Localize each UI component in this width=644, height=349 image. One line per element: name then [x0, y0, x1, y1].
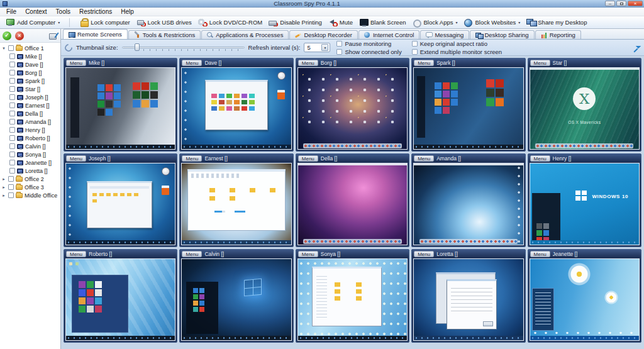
- option-checkbox[interactable]: Extend multiple monitor screen: [412, 48, 502, 55]
- tree-computer-row[interactable]: Dave []: [0, 60, 60, 69]
- refresh-interval-select[interactable]: 5 ▼: [304, 43, 330, 52]
- tab[interactable]: Desktop Recorder: [289, 30, 358, 39]
- tree-computer-checkbox[interactable]: [9, 53, 15, 59]
- tree-expand-arrow-icon[interactable]: ▸: [1, 185, 6, 190]
- checkbox-box[interactable]: [412, 41, 418, 47]
- deselect-all-button[interactable]: [15, 31, 24, 40]
- tree-computer-checkbox[interactable]: [9, 168, 15, 174]
- chevron-down-icon[interactable]: ▼: [321, 44, 328, 51]
- tab[interactable]: Tools & Restrictions: [128, 30, 201, 39]
- tree-computer-row[interactable]: Borg []: [0, 69, 60, 77]
- menu-item[interactable]: Restrictions: [75, 8, 116, 15]
- tree-group-row[interactable]: ▸ Office 3: [0, 183, 60, 191]
- tree-computer-row[interactable]: Amanda []: [0, 118, 60, 126]
- option-checkbox[interactable]: Keep original aspect ratio: [412, 40, 502, 47]
- remote-screen-thumbnail[interactable]: [65, 163, 175, 245]
- tree-computer-checkbox[interactable]: [9, 70, 15, 75]
- tree-group-checkbox[interactable]: [8, 192, 14, 198]
- refresh-icon[interactable]: [64, 42, 74, 53]
- tree-computer-row[interactable]: Jeanette []: [0, 158, 60, 167]
- remote-screen-thumbnail[interactable]: [413, 258, 523, 341]
- tab[interactable]: Desktop Sharing: [470, 30, 534, 39]
- edit-computer-icon[interactable]: [49, 32, 58, 40]
- tree-group-row[interactable]: ▸ Office 2: [0, 175, 60, 183]
- remote-screen-thumbnail[interactable]: WINDOWS 10: [530, 163, 640, 245]
- checkbox-box[interactable]: [412, 49, 418, 55]
- tree-computer-row[interactable]: Sonya []: [0, 150, 60, 158]
- thumbnail-size-slider[interactable]: [122, 43, 245, 52]
- tab[interactable]: Applications & Processes: [201, 30, 289, 39]
- card-menu-button[interactable]: Menu: [298, 155, 318, 162]
- card-menu-button[interactable]: Menu: [414, 251, 434, 257]
- tree-group-checkbox[interactable]: [8, 176, 14, 182]
- card-menu-button[interactable]: Menu: [530, 60, 550, 66]
- card-menu-button[interactable]: Menu: [182, 60, 202, 66]
- menu-item[interactable]: Help: [116, 8, 138, 15]
- tree-group-row[interactable]: ▾ Office 1: [0, 44, 60, 52]
- tree-computer-row[interactable]: Spark []: [0, 77, 60, 85]
- toolbar-button[interactable]: Lock computer: [76, 18, 133, 27]
- card-menu-button[interactable]: Menu: [530, 251, 550, 257]
- remote-screen-thumbnail[interactable]: [65, 67, 175, 150]
- toolbar-button[interactable]: Lock DVD/CD-ROM: [195, 18, 265, 27]
- tree-computer-row[interactable]: Roberto []: [0, 134, 60, 142]
- card-menu-button[interactable]: Menu: [414, 60, 434, 66]
- tab[interactable]: Remote Screens: [63, 29, 128, 39]
- tree-computer-checkbox[interactable]: [9, 127, 15, 133]
- menu-item[interactable]: File: [2, 8, 21, 15]
- minimize-button[interactable]: –: [605, 1, 615, 6]
- toolbar-button[interactable]: Block Apps ▾: [409, 18, 460, 27]
- tree-group-checkbox[interactable]: [8, 45, 14, 51]
- close-button[interactable]: ×: [628, 1, 643, 6]
- expand-view-icon[interactable]: [632, 44, 640, 52]
- tree-computer-row[interactable]: Henry []: [0, 126, 60, 134]
- tree-computer-row[interactable]: Earnest []: [0, 101, 60, 109]
- card-menu-button[interactable]: Menu: [66, 251, 86, 257]
- card-menu-button[interactable]: Menu: [298, 60, 318, 66]
- tab[interactable]: Reporting: [535, 30, 581, 39]
- tree-computer-row[interactable]: Loretta []: [0, 167, 60, 175]
- remote-screen-thumbnail[interactable]: X OS X Mavericks: [530, 67, 640, 150]
- dropdown-arrow-icon[interactable]: ▾: [455, 20, 457, 25]
- slider-track[interactable]: [122, 47, 245, 48]
- menu-item[interactable]: Context: [21, 8, 51, 15]
- dropdown-arrow-icon[interactable]: ▾: [518, 20, 520, 25]
- remote-screen-thumbnail[interactable]: [297, 163, 408, 245]
- card-menu-button[interactable]: Menu: [298, 251, 318, 257]
- card-menu-button[interactable]: Menu: [530, 155, 550, 162]
- tree-computer-row[interactable]: Calvin []: [0, 142, 60, 150]
- tree-computer-row[interactable]: Mike []: [0, 52, 60, 60]
- tree-computer-checkbox[interactable]: [9, 111, 15, 116]
- tree-computer-checkbox[interactable]: [9, 119, 15, 125]
- card-menu-button[interactable]: Menu: [182, 155, 202, 162]
- remote-screen-thumbnail[interactable]: [181, 258, 291, 341]
- remote-screen-thumbnail[interactable]: [297, 258, 408, 341]
- tree-computer-checkbox[interactable]: [9, 143, 15, 149]
- remote-screen-thumbnail[interactable]: [297, 67, 408, 150]
- toolbar-button[interactable]: Block Websites ▾: [460, 18, 523, 27]
- remote-screen-thumbnail[interactable]: [181, 163, 291, 245]
- toolbar-button[interactable]: Blank Screen: [356, 18, 409, 27]
- remote-screen-thumbnail[interactable]: [181, 67, 291, 150]
- toolbar-button[interactable]: Disable Printing: [265, 18, 325, 27]
- slider-thumb[interactable]: [135, 43, 140, 51]
- toolbar-button[interactable]: Lock USB drives: [133, 18, 195, 27]
- tree-expand-arrow-icon[interactable]: ▾: [1, 46, 6, 51]
- toolbar-button[interactable]: Add Computer ▾: [3, 18, 63, 27]
- checkbox-box[interactable]: [336, 41, 342, 47]
- tree-computer-row[interactable]: Star []: [0, 85, 60, 93]
- remote-screen-thumbnail[interactable]: [413, 67, 523, 150]
- tree-expand-arrow-icon[interactable]: ▸: [1, 193, 6, 198]
- toolbar-button[interactable]: Share my Desktop: [523, 18, 590, 27]
- checkbox-box[interactable]: [336, 49, 342, 55]
- remote-screen-thumbnail[interactable]: [65, 258, 175, 341]
- card-menu-button[interactable]: Menu: [182, 251, 202, 257]
- tree-computer-checkbox[interactable]: [9, 102, 15, 108]
- tree-computer-checkbox[interactable]: [9, 86, 15, 92]
- tree-group-row[interactable]: ▸ Middle Office: [0, 191, 60, 199]
- select-all-check-button[interactable]: [3, 31, 11, 40]
- option-checkbox[interactable]: Show connected only: [336, 48, 401, 55]
- tree-computer-checkbox[interactable]: [9, 78, 15, 84]
- remote-screen-thumbnail[interactable]: [413, 163, 523, 245]
- menu-item[interactable]: Tools: [52, 8, 75, 15]
